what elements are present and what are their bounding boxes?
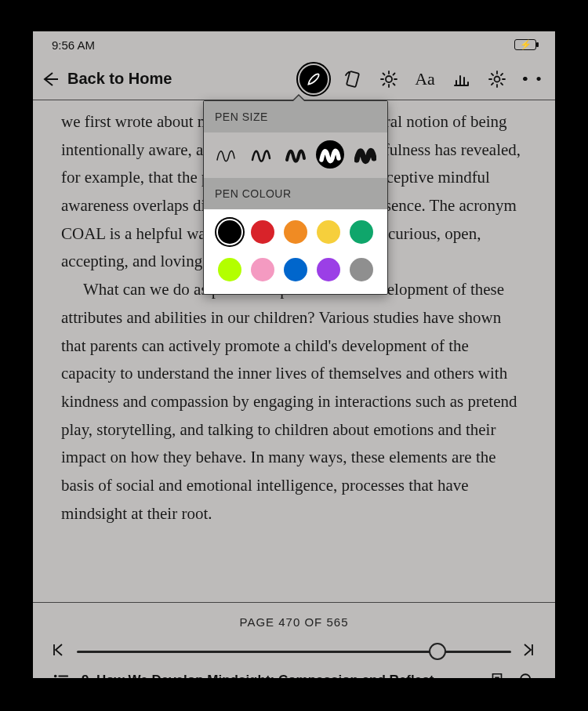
search-button[interactable]: [517, 671, 536, 678]
pen-size-row: [204, 132, 387, 178]
go-end-button[interactable]: [522, 643, 536, 660]
notes-button[interactable]: [488, 671, 506, 678]
arrow-left-icon: [41, 70, 60, 89]
rotate-button[interactable]: [342, 68, 364, 90]
pen-size-header: PEN SIZE: [204, 101, 387, 132]
back-to-home-button[interactable]: Back to Home: [41, 70, 172, 89]
pen-size-option-4[interactable]: [316, 140, 344, 169]
pen-colour-swatch-9[interactable]: [317, 258, 340, 281]
chapter-row: 9. How We Develop Mindsight: Compassion …: [52, 671, 536, 678]
font-settings-button[interactable]: Aa: [414, 68, 436, 90]
pen-size-option-5[interactable]: [351, 140, 379, 169]
svg-rect-0: [347, 71, 359, 86]
pen-colour-swatch-1[interactable]: [218, 220, 241, 244]
pen-colour-swatch-6[interactable]: [218, 258, 241, 281]
back-label: Back to Home: [67, 70, 172, 88]
toc-button[interactable]: [52, 671, 71, 678]
page-number-label: PAGE 470 OF 565: [52, 615, 536, 629]
pen-settings-popover: PEN SIZE PEN COLOUR: [203, 100, 388, 295]
pen-colour-swatch-5[interactable]: [350, 220, 373, 244]
battery-icon: ⚡: [514, 39, 536, 50]
pen-size-option-3[interactable]: [281, 140, 310, 169]
progress-slider-row: [52, 643, 536, 660]
clock: 9:56 AM: [52, 38, 95, 52]
pen-colour-swatch-10[interactable]: [350, 258, 373, 281]
bottom-bar: PAGE 470 OF 565 9. How We Develop Mindsi…: [33, 602, 555, 678]
slider-thumb-icon[interactable]: [429, 643, 446, 660]
svg-point-1: [386, 76, 392, 82]
pen-colour-swatch-8[interactable]: [284, 258, 307, 281]
pen-colour-swatch-7[interactable]: [251, 258, 274, 281]
pen-colour-swatch-2[interactable]: [251, 220, 274, 244]
pen-colour-swatch-4[interactable]: [317, 220, 340, 244]
chapter-title: 9. How We Develop Mindsight: Compassion …: [82, 673, 477, 678]
pen-tool-button[interactable]: [299, 65, 328, 93]
pen-colour-grid: [204, 209, 387, 294]
brightness-button[interactable]: [378, 68, 400, 90]
pen-colour-swatch-3[interactable]: [284, 220, 307, 244]
pen-size-option-2[interactable]: [247, 140, 275, 169]
more-menu-button[interactable]: • • •: [522, 68, 544, 90]
status-bar: 9:56 AM ⚡: [33, 31, 555, 58]
pen-colour-header: PEN COLOUR: [204, 178, 387, 209]
paragraph: What can we do as parents to promote the…: [61, 276, 527, 528]
svg-point-2: [495, 76, 500, 82]
ereader-screen: 9:56 AM ⚡ Back to Home Aa: [33, 31, 555, 678]
stats-button[interactable]: [450, 68, 472, 90]
pen-size-option-1[interactable]: [212, 140, 240, 169]
svg-point-6: [521, 674, 530, 678]
svg-point-3: [55, 676, 56, 677]
toolbar-icons: Aa • • •: [299, 65, 544, 93]
settings-gear-button[interactable]: [486, 68, 508, 90]
progress-slider[interactable]: [77, 651, 511, 653]
go-start-button[interactable]: [52, 643, 66, 660]
